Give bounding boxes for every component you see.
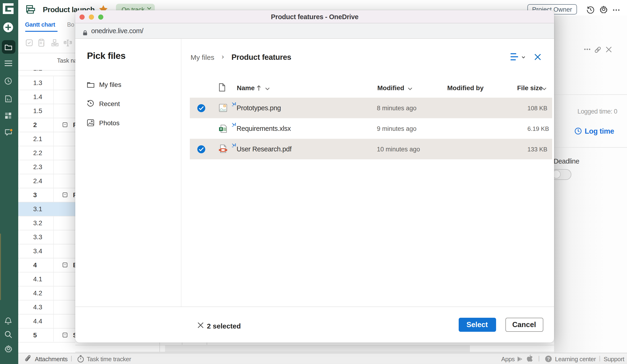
svg-text:X: X xyxy=(219,127,222,131)
svg-text:!: ! xyxy=(43,42,45,46)
svg-text:?: ? xyxy=(547,356,550,361)
